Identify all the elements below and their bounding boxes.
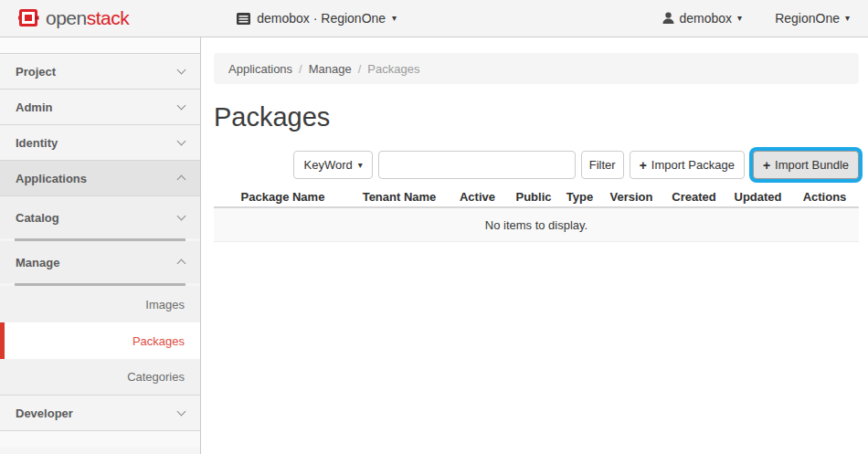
logo-text: openstack (46, 7, 129, 29)
keyword-dropdown[interactable]: KeyWord ▾ (293, 151, 372, 179)
sidebar-item-packages[interactable]: Packages (0, 322, 200, 359)
sidebar-item-identity[interactable]: Identity (0, 125, 200, 161)
chevron-down-icon (177, 407, 186, 417)
column-header-type[interactable]: Type (559, 190, 600, 204)
sidebar-item-project[interactable]: Project (0, 54, 200, 90)
table-toolbar: KeyWord ▾ Filter + Import Package + Impo… (214, 151, 859, 179)
chevron-down-icon: ▾ (392, 14, 397, 23)
top-navbar: openstack demobox · RegionOne ▾ demobox … (0, 0, 868, 37)
import-package-button[interactable]: + Import Package (630, 151, 745, 179)
chevron-down-icon: ▾ (845, 14, 850, 23)
chevron-down-icon (177, 66, 186, 75)
user-icon (662, 12, 674, 25)
table-header-row: Package Name Tenant Name Active Public T… (214, 187, 859, 208)
breadcrumb-separator: / (358, 62, 362, 76)
column-header-public[interactable]: Public (508, 190, 559, 204)
context-switcher-label: demobox · RegionOne (257, 11, 386, 26)
plus-icon: + (763, 158, 770, 173)
column-header-tenant-name[interactable]: Tenant Name (352, 190, 447, 204)
search-input[interactable] (378, 151, 576, 179)
main-content: Applications / Manage / Packages Package… (201, 37, 868, 454)
column-header-version[interactable]: Version (600, 190, 662, 204)
chevron-down-icon (177, 212, 186, 221)
table-empty-row: No items to display. (214, 208, 859, 242)
page-title: Packages (214, 99, 859, 135)
empty-message: No items to display. (485, 218, 587, 232)
breadcrumb-applications[interactable]: Applications (228, 62, 292, 76)
column-header-created[interactable]: Created (662, 190, 725, 204)
column-header-updated[interactable]: Updated (725, 190, 790, 204)
filter-button[interactable]: Filter (581, 151, 624, 179)
breadcrumb-separator: / (299, 62, 302, 76)
chevron-up-icon (177, 175, 186, 185)
chevron-down-icon (177, 101, 186, 111)
list-icon (237, 13, 250, 25)
sidebar-group-catalog[interactable]: Catalog (0, 196, 200, 241)
openstack-logo-icon (16, 7, 40, 29)
sidebar-item-categories[interactable]: Categories (0, 359, 200, 396)
column-header-package-name[interactable]: Package Name (214, 190, 352, 204)
breadcrumb-packages: Packages (367, 62, 419, 76)
user-menu[interactable]: demobox ▾ (662, 11, 743, 26)
chevron-down-icon (177, 137, 186, 146)
sidebar-item-admin[interactable]: Admin (0, 90, 200, 125)
import-bundle-button[interactable]: + Import Bundle (753, 151, 859, 179)
region-menu-label: RegionOne (775, 11, 840, 26)
user-menu-label: demobox (680, 11, 733, 26)
sidebar-header-strip (0, 37, 200, 54)
breadcrumb: Applications / Manage / Packages (214, 53, 859, 84)
plus-icon: + (640, 158, 647, 173)
keyword-dropdown-label: KeyWord (303, 158, 352, 172)
sidebar-footer-strip (0, 431, 200, 448)
chevron-down-icon: ▾ (358, 161, 363, 170)
sidebar-item-images[interactable]: Images (0, 286, 200, 322)
chevron-up-icon (177, 259, 186, 269)
column-header-active[interactable]: Active (447, 190, 508, 204)
breadcrumb-manage[interactable]: Manage (309, 62, 352, 76)
sidebar-item-applications[interactable]: Applications (0, 161, 200, 196)
sidebar-group-manage[interactable]: Manage (0, 241, 200, 286)
region-menu[interactable]: RegionOne ▾ (775, 11, 850, 26)
chevron-down-icon: ▾ (737, 14, 742, 23)
sidebar: Project Admin Identity Applications Cata… (0, 37, 201, 454)
column-header-actions: Actions (790, 190, 859, 204)
openstack-logo: openstack (16, 7, 129, 29)
sidebar-item-developer[interactable]: Developer (0, 396, 200, 431)
project-region-switcher[interactable]: demobox · RegionOne ▾ (237, 11, 397, 26)
